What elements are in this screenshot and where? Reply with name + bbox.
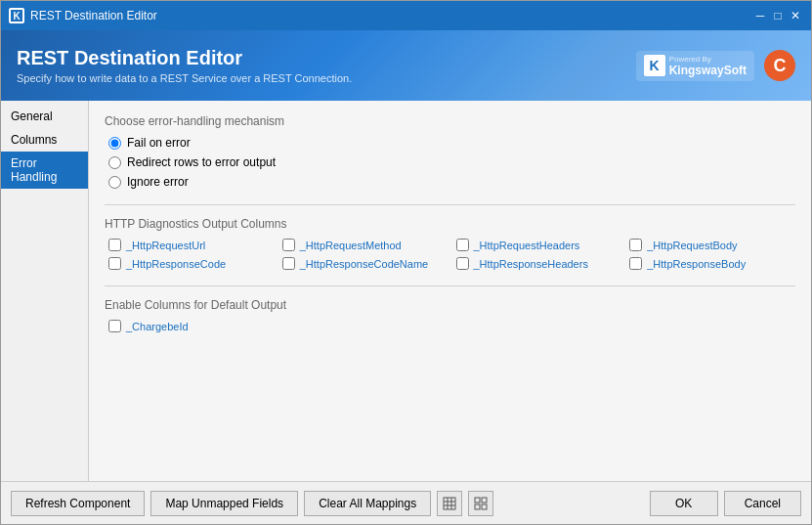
minimize-button[interactable]: ─ xyxy=(752,8,768,23)
grid-icon xyxy=(474,497,488,510)
icon-button-2[interactable] xyxy=(468,491,493,516)
svg-rect-8 xyxy=(482,504,487,509)
checkbox-http-request-method-label: _HttpRequestMethod xyxy=(300,240,402,251)
header-logos: K Powered By KingswaySoft C xyxy=(636,50,795,81)
close-button[interactable]: ✕ xyxy=(788,8,803,23)
divider-2 xyxy=(105,285,795,286)
radio-redirect-rows[interactable]: Redirect rows to error output xyxy=(108,155,795,169)
checkbox-chargebe-id[interactable]: _ChargebeId xyxy=(108,320,275,332)
footer-right: OK Cancel xyxy=(650,491,801,516)
title-bar: K REST Destination Editor ─ □ ✕ xyxy=(1,1,811,30)
checkbox-http-response-headers-label: _HttpResponseHeaders xyxy=(474,258,588,270)
main-content: General Columns Error Handling Choose er… xyxy=(1,101,811,481)
default-output-grid: _ChargebeId xyxy=(108,320,795,332)
default-output-title: Enable Columns for Default Output xyxy=(105,298,795,312)
checkbox-chargebe-id-input[interactable] xyxy=(108,320,121,332)
http-diagnostics-grid: _HttpRequestUrl _HttpRequestMethod _Http… xyxy=(108,239,795,270)
app-icon: K xyxy=(9,8,24,23)
sidebar: General Columns Error Handling xyxy=(1,101,89,481)
radio-fail-on-error[interactable]: Fail on error xyxy=(108,136,795,150)
checkbox-http-request-body[interactable]: _HttpRequestBody xyxy=(629,239,795,251)
checkbox-http-response-code-name-input[interactable] xyxy=(282,257,295,270)
header-main-title: REST Destination Editor xyxy=(17,47,352,69)
clear-all-mappings-button[interactable]: Clear All Mappings xyxy=(304,491,431,516)
error-handling-radio-group: Fail on error Redirect rows to error out… xyxy=(108,136,795,189)
svg-rect-7 xyxy=(475,504,480,509)
radio-ignore-error-input[interactable] xyxy=(108,176,121,189)
kingsway-logo: K Powered By KingswaySoft xyxy=(636,51,754,81)
brand-name-text: KingswaySoft xyxy=(669,64,747,77)
http-diagnostics-title: HTTP Diagnostics Output Columns xyxy=(105,217,795,231)
header-subtitle: Specify how to write data to a REST Serv… xyxy=(17,72,352,84)
sidebar-item-general[interactable]: General xyxy=(1,105,88,128)
checkbox-http-request-headers-input[interactable] xyxy=(456,239,469,251)
footer: Refresh Component Map Unmapped Fields Cl… xyxy=(1,481,811,524)
checkbox-http-request-headers-label: _HttpRequestHeaders xyxy=(474,240,580,251)
error-handling-title: Choose error-handling mechanism xyxy=(105,114,795,128)
checkbox-http-request-body-label: _HttpRequestBody xyxy=(647,240,737,251)
error-handling-section: Choose error-handling mechanism Fail on … xyxy=(105,114,795,189)
checkbox-http-response-body[interactable]: _HttpResponseBody xyxy=(629,257,795,270)
checkbox-http-response-code[interactable]: _HttpResponseCode xyxy=(108,257,275,270)
radio-ignore-error-label: Ignore error xyxy=(127,175,189,189)
sidebar-item-error-handling[interactable]: Error Handling xyxy=(1,152,88,189)
divider-1 xyxy=(105,204,795,205)
map-unmapped-fields-button[interactable]: Map Unmapped Fields xyxy=(150,491,298,516)
svg-rect-5 xyxy=(475,498,480,503)
footer-left: Refresh Component Map Unmapped Fields Cl… xyxy=(11,491,493,516)
checkbox-http-request-method-input[interactable] xyxy=(282,239,295,251)
header-title: REST Destination Editor Specify how to w… xyxy=(17,47,352,84)
radio-fail-on-error-input[interactable] xyxy=(108,137,121,150)
checkbox-http-response-code-input[interactable] xyxy=(108,257,121,270)
checkbox-http-request-url[interactable]: _HttpRequestUrl xyxy=(108,239,275,251)
header-banner: REST Destination Editor Specify how to w… xyxy=(1,30,811,101)
checkbox-http-request-method[interactable]: _HttpRequestMethod xyxy=(282,239,449,251)
checkbox-http-response-headers-input[interactable] xyxy=(456,257,469,270)
cancel-button[interactable]: Cancel xyxy=(724,491,801,516)
checkbox-http-response-headers[interactable]: _HttpResponseHeaders xyxy=(456,257,622,270)
checkbox-http-response-code-name[interactable]: _HttpResponseCodeName xyxy=(282,257,449,270)
title-bar-text: REST Destination Editor xyxy=(30,9,157,22)
checkbox-http-request-url-label: _HttpRequestUrl xyxy=(126,240,205,251)
checkbox-http-response-code-name-label: _HttpResponseCodeName xyxy=(300,258,428,270)
default-output-section: Enable Columns for Default Output _Charg… xyxy=(105,298,795,332)
checkbox-http-response-body-label: _HttpResponseBody xyxy=(647,258,746,270)
refresh-component-button[interactable]: Refresh Component xyxy=(11,491,145,516)
http-diagnostics-section: HTTP Diagnostics Output Columns _HttpReq… xyxy=(105,217,795,270)
checkbox-http-request-body-input[interactable] xyxy=(629,239,642,251)
radio-redirect-rows-input[interactable] xyxy=(108,156,121,169)
checkbox-http-request-url-input[interactable] xyxy=(108,239,121,251)
svg-rect-0 xyxy=(444,498,455,509)
ok-button[interactable]: OK xyxy=(650,491,718,516)
title-bar-controls: ─ □ ✕ xyxy=(752,8,803,23)
radio-fail-on-error-label: Fail on error xyxy=(127,136,191,150)
k-logo-box: K xyxy=(644,55,665,76)
radio-redirect-rows-label: Redirect rows to error output xyxy=(127,155,276,169)
icon-button-1[interactable] xyxy=(437,491,462,516)
svg-rect-6 xyxy=(482,498,487,503)
checkbox-http-request-headers[interactable]: _HttpRequestHeaders xyxy=(456,239,622,251)
content-area: Choose error-handling mechanism Fail on … xyxy=(89,101,811,481)
checkbox-http-response-code-label: _HttpResponseCode xyxy=(126,258,226,270)
sidebar-item-columns[interactable]: Columns xyxy=(1,128,88,152)
powered-by-text: Powered By xyxy=(669,55,747,64)
kingsway-text: Powered By KingswaySoft xyxy=(669,55,747,77)
maximize-button[interactable]: □ xyxy=(770,8,786,23)
checkbox-http-response-body-input[interactable] xyxy=(629,257,642,270)
main-window: K REST Destination Editor ─ □ ✕ REST Des… xyxy=(0,0,812,525)
c-logo: C xyxy=(764,50,795,81)
radio-ignore-error[interactable]: Ignore error xyxy=(108,175,795,189)
title-bar-left: K REST Destination Editor xyxy=(9,8,157,23)
checkbox-chargebe-id-label: _ChargebeId xyxy=(126,321,189,332)
table-icon xyxy=(443,497,456,510)
